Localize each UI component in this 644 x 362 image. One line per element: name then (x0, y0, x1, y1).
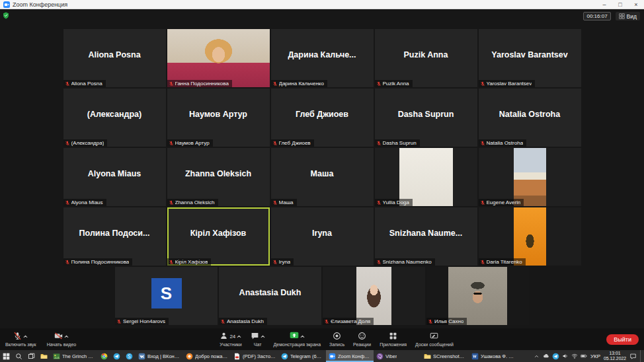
chevron-up-icon[interactable] (237, 335, 241, 338)
toolbar-center: 24УчастникиЧатДемонстрация экранаЗаписьР… (220, 332, 454, 347)
telegram-icon[interactable] (552, 353, 559, 360)
toolbar-icon-row (13, 332, 28, 342)
chevron-up-icon[interactable] (300, 335, 305, 338)
toolbar-icon-row (290, 332, 305, 342)
participant-label: Puzik Anna (375, 80, 413, 87)
app-telegram-chat[interactable]: Telegram (605) (278, 350, 326, 362)
app-vk[interactable]: Вход | ВКонтакте... (136, 350, 183, 362)
participant-tile[interactable]: Yullia Doga (375, 148, 477, 206)
show-desktop-button[interactable] (640, 350, 643, 362)
participant-tile[interactable]: Полина Подоси...Полина Подосинникова (63, 207, 166, 266)
participant-label-text: Ганна Подосинникова (175, 81, 229, 87)
grid-row: SSergei Hon4arovsAnastasia DukhAnastasia… (0, 267, 644, 325)
chrome-icon (101, 353, 108, 360)
participant-label: Eugene Averin (479, 199, 524, 206)
start-button[interactable] (0, 350, 13, 362)
app-grinch[interactable]: The Grinch 05.12.22 (50, 350, 98, 362)
share-screen-button[interactable]: Демонстрация экрана (274, 332, 321, 347)
participant-tile[interactable]: Кіріл ХафізовКіріл Хафізов (167, 207, 270, 266)
participant-name: Alyona Miaus (63, 148, 166, 199)
app-pdf[interactable]: (PDF) Застосуван... (231, 350, 278, 362)
minimize-button[interactable]: – (596, 0, 612, 9)
participant-tile[interactable]: Дарина Кальче...Дарина Кальченко (271, 29, 374, 87)
app-welcome[interactable]: Добро пожалова... (183, 350, 231, 362)
app-screenshots[interactable]: SCreenshots 5.12... (421, 350, 469, 362)
search-button[interactable] (13, 350, 25, 362)
participant-tile[interactable]: Daria Titarenko (479, 207, 581, 266)
muted-mic-icon (480, 141, 485, 146)
participant-tile[interactable]: (Александра)(Александра) (63, 89, 166, 147)
wifi-icon[interactable] (571, 353, 578, 359)
participant-tile[interactable]: Dasha SuprunDasha Suprun (375, 89, 477, 147)
cloud-icon[interactable] (543, 353, 549, 359)
view-button[interactable]: Вид (616, 12, 640, 20)
app-telegram[interactable] (110, 350, 123, 362)
participant-tile[interactable]: Zhanna OleksichZhanna Oleksich (167, 148, 270, 206)
muted-mic-icon (169, 81, 174, 87)
app-chrome[interactable] (98, 350, 110, 362)
toolbar-item-label: Чат (254, 342, 262, 347)
participant-tile[interactable]: Eugene Averin (479, 148, 581, 206)
participant-tile[interactable]: Snizhana Naume...Snizhana Naumenko (375, 207, 477, 266)
participant-tile[interactable]: Глеб ДжиоевГлеб Джиоев (271, 89, 374, 147)
mute-button[interactable]: Включить звук (5, 332, 36, 347)
muted-mic-icon (376, 200, 382, 205)
participant-tile[interactable]: SSergei Hon4arovs (115, 267, 218, 325)
whiteboards-button[interactable]: Доски сообщений (415, 332, 454, 347)
notification-center-icon[interactable] (629, 353, 637, 360)
participant-label-text: Глеб Джиоев (279, 140, 311, 146)
participant-tile[interactable]: Anastasia DukhAnastasia Dukh (219, 267, 321, 325)
zoom-window: Zoom Конференция – □ × 00:16:07 Вид Alio… (0, 0, 644, 362)
chevron-up-icon[interactable] (64, 335, 69, 338)
toolbar-icon-row: 24 (220, 332, 241, 342)
participant-tile[interactable]: Илья Сахно (426, 267, 529, 325)
file-explorer-button[interactable] (38, 350, 50, 362)
record-button[interactable]: Запись (329, 332, 344, 347)
app-word[interactable]: Ушакова Ф. тез... (469, 350, 516, 362)
maximize-button[interactable]: □ (612, 0, 628, 9)
clock-time: 13:01 (604, 351, 626, 356)
muted-mic-icon (324, 319, 329, 324)
telegram-icon (281, 353, 288, 360)
leave-button[interactable]: Выйти (606, 334, 639, 345)
task-view-button[interactable] (25, 350, 38, 362)
video-button[interactable]: Начать видео (47, 332, 76, 347)
participant-tile[interactable]: Yaroslav BarantsevYaroslav Barantsev (479, 29, 581, 87)
participant-tile[interactable]: МашаМаша (271, 148, 374, 206)
participant-tile[interactable]: Наумов АртурНаумов Артур (167, 89, 270, 147)
app-zoom[interactable]: Zoom Конферен... (326, 350, 374, 362)
participant-label-text: Puzik Anna (383, 81, 409, 87)
taskbar-app-label: Добро пожалова... (195, 353, 228, 359)
tray-chevron-up-icon[interactable] (534, 353, 540, 359)
participant-label-text: Полина Подосинникова (71, 259, 130, 265)
muted-mic-icon (428, 319, 433, 324)
security-shield-icon[interactable] (3, 12, 9, 19)
participant-tile[interactable]: Natalia OstrohaNatalia Ostroha (479, 89, 581, 147)
language-indicator[interactable]: УКР (590, 353, 600, 359)
participants-button[interactable]: 24Участники (220, 332, 241, 347)
participant-tile[interactable]: Alyona MiausAlyona Miaus (63, 148, 166, 206)
participant-label-text: Маша (279, 199, 294, 205)
muted-mic-icon (65, 81, 70, 87)
participant-name: Полина Подоси... (63, 207, 166, 259)
battery-icon[interactable] (581, 353, 587, 359)
participant-tile[interactable]: IrynaIryna (271, 207, 374, 266)
chevron-up-icon[interactable] (261, 335, 265, 338)
muted-mic-icon (272, 81, 278, 87)
close-button[interactable]: × (628, 0, 644, 9)
app-skype[interactable] (123, 350, 136, 362)
speaker-icon[interactable] (562, 353, 569, 359)
chevron-up-icon[interactable] (23, 335, 28, 338)
apps-button[interactable]: Приложения (380, 332, 407, 347)
taskview-icon (28, 353, 35, 360)
chat-button[interactable]: Чат (251, 332, 265, 347)
clock[interactable]: 13:01 05.12.2022 (604, 351, 626, 362)
participant-label: Aliona Posna (63, 80, 106, 87)
participant-tile[interactable]: Puzik AnnaPuzik Anna (375, 29, 477, 87)
participant-tile[interactable]: Ганна Подосинникова (167, 29, 270, 87)
participant-tile[interactable]: Єлизавета Доля (323, 267, 425, 325)
participant-tile[interactable]: Aliona PosnaAliona Posna (63, 29, 166, 87)
reactions-button[interactable]: Реакции (353, 332, 371, 347)
share-screen-icon (290, 331, 299, 343)
app-viber[interactable]: Viber (374, 350, 421, 362)
